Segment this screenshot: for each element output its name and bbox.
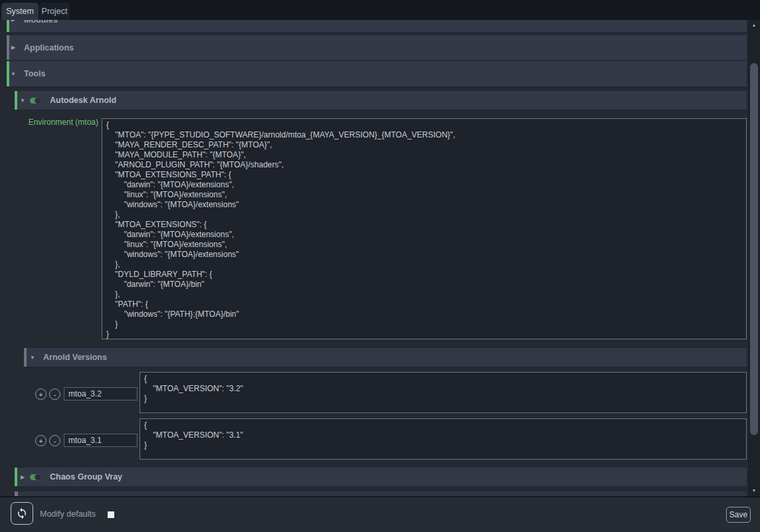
section-header-applications[interactable]: ▶ Applications	[7, 35, 747, 60]
version-value-textarea[interactable]: { "MTOA_VERSION": "3.2" }	[140, 372, 747, 413]
remove-version-button[interactable]: -	[49, 389, 60, 400]
chevron-down-icon: ▼	[9, 71, 17, 77]
settings-scroll-area: ▶ Modules ▶ Applications ▼ Tools ▼ Autod…	[0, 20, 748, 496]
scroll-down-button[interactable]: ▼	[748, 486, 760, 496]
version-name-input[interactable]	[64, 387, 138, 400]
chevron-down-icon: ▼	[29, 355, 37, 361]
section-header-autodesk-arnold[interactable]: ▼ Autodesk Arnold	[15, 91, 747, 110]
tab-bar: System Project	[0, 0, 760, 20]
settings-window: System Project ▶ Modules ▶ Applications …	[0, 0, 760, 532]
footer-bar: Modify defaults Save	[0, 496, 760, 532]
arnold-enabled-toggle[interactable]	[30, 98, 41, 104]
add-version-button[interactable]: +	[35, 389, 47, 400]
environment-mtoa-label: Environment (mtoa)	[13, 118, 98, 127]
version-name-input[interactable]	[64, 434, 138, 447]
add-version-button[interactable]: +	[35, 435, 47, 446]
section-title: Arnold Versions	[43, 353, 107, 362]
chevron-right-icon: ▶	[9, 44, 17, 50]
section-header-modules[interactable]: ▶ Modules	[7, 20, 747, 32]
save-button[interactable]: Save	[726, 507, 751, 523]
chevron-down-icon: ▼	[19, 98, 27, 104]
tab-project[interactable]: Project	[39, 3, 70, 20]
remove-version-button[interactable]: -	[49, 435, 60, 446]
scroll-up-button[interactable]: ▲	[748, 20, 760, 31]
next-section-partial	[15, 491, 747, 496]
toggle-knob	[35, 97, 42, 104]
section-title: Tools	[24, 69, 45, 78]
refresh-icon	[16, 507, 28, 519]
environment-mtoa-textarea[interactable]: { "MTOA": "{PYPE_STUDIO_SOFTWARE}/arnold…	[102, 118, 747, 339]
section-title: Chaos Group Vray	[50, 472, 122, 482]
section-title: Autodesk Arnold	[50, 96, 116, 105]
section-title: Applications	[24, 43, 74, 52]
version-value-textarea[interactable]: { "MTOA_VERSION": "3.1" }	[140, 418, 747, 460]
scrollbar-thumb[interactable]	[750, 63, 758, 435]
tab-system[interactable]: System	[1, 3, 39, 20]
toggle-knob	[35, 474, 42, 481]
refresh-button[interactable]	[11, 502, 33, 525]
chevron-right-icon: ▶	[9, 20, 17, 23]
section-title: Modules	[24, 20, 58, 25]
modify-defaults-checkbox[interactable]	[108, 511, 114, 518]
modify-defaults-label: Modify defaults	[40, 509, 96, 519]
section-header-chaos-group-vray[interactable]: ▶ Chaos Group Vray	[15, 468, 747, 486]
section-header-arnold-versions[interactable]: ▼ Arnold Versions	[24, 348, 747, 367]
vray-enabled-toggle[interactable]	[30, 474, 41, 480]
section-header-tools[interactable]: ▼ Tools	[7, 61, 747, 86]
vertical-scrollbar[interactable]: ▲ ▼	[748, 20, 760, 496]
chevron-right-icon: ▶	[19, 474, 27, 480]
